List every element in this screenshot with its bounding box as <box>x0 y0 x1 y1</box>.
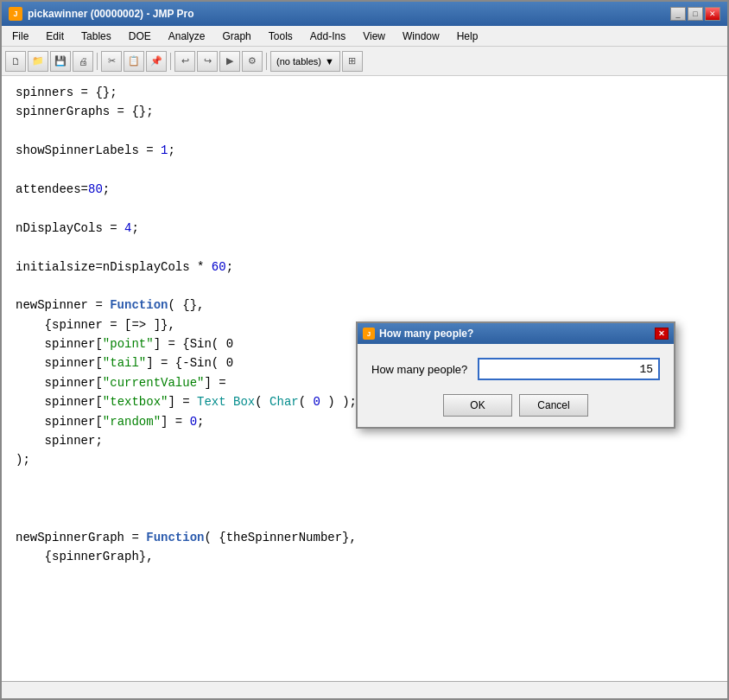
toolbar-run-btn[interactable]: ▶ <box>219 51 240 72</box>
dialog-close-button[interactable]: ✕ <box>655 328 669 340</box>
dialog-title-bar: J How many people? ✕ <box>358 323 674 344</box>
toolbar-print-btn[interactable]: 🖨 <box>73 51 93 72</box>
toolbar-sep-3 <box>266 53 267 70</box>
table-dropdown-label: (no tables) <box>276 56 321 67</box>
table-dropdown[interactable]: (no tables) ▼ <box>270 51 340 72</box>
window-title: pickawinner (00000002) - JMP Pro <box>28 8 194 20</box>
menu-help[interactable]: Help <box>450 29 485 44</box>
toolbar-new-btn[interactable]: 🗋 <box>5 51 26 72</box>
toolbar-sep-1 <box>97 53 98 70</box>
code-line-12: newSpinner = Function( {}, <box>16 296 713 315</box>
toolbar-paste-btn[interactable]: 📌 <box>146 51 167 72</box>
dialog-cancel-button[interactable]: Cancel <box>519 394 588 417</box>
dialog-body: How many people? OK Cancel <box>358 344 674 427</box>
menu-edit[interactable]: Edit <box>39 29 71 44</box>
code-line-9 <box>16 238 713 257</box>
code-line-10: initialsize=nDisplayCols * 60; <box>16 258 713 277</box>
code-line-22 <box>16 489 713 508</box>
dialog-input-row: How many people? <box>371 358 660 380</box>
dialog-label: How many people? <box>371 363 467 376</box>
menu-bar: File Edit Tables DOE Analyze Graph Tools… <box>2 26 727 47</box>
title-bar-left: J pickawinner (00000002) - JMP Pro <box>9 7 194 21</box>
status-bar <box>2 681 727 698</box>
code-line-5 <box>16 161 713 180</box>
menu-doe[interactable]: DOE <box>122 29 158 44</box>
code-line-8: nDisplayCols = 4; <box>16 219 713 238</box>
code-line-3 <box>16 122 713 141</box>
dialog-app-icon: J <box>363 328 375 340</box>
main-window: J pickawinner (00000002) - JMP Pro _ □ ✕… <box>0 0 729 700</box>
app-icon: J <box>9 7 22 21</box>
title-bar: J pickawinner (00000002) - JMP Pro _ □ ✕ <box>2 2 727 26</box>
code-line-1: spinners = {}; <box>16 83 713 102</box>
table-dropdown-arrow: ▼ <box>325 56 334 67</box>
menu-tables[interactable]: Tables <box>74 29 118 44</box>
code-line-25: {spinnerGraph}, <box>16 547 713 566</box>
code-line-19: spinner; <box>16 431 713 450</box>
menu-file[interactable]: File <box>5 29 35 44</box>
toolbar-save-btn[interactable]: 💾 <box>50 51 71 72</box>
code-line-23 <box>16 509 713 528</box>
people-count-input[interactable] <box>478 358 660 380</box>
maximize-button[interactable]: □ <box>688 7 703 21</box>
code-line-11 <box>16 277 713 296</box>
menu-graph[interactable]: Graph <box>215 29 257 44</box>
menu-tools[interactable]: Tools <box>262 29 300 44</box>
dialog-title-text: How many people? <box>379 328 473 340</box>
title-bar-controls: _ □ ✕ <box>670 7 720 21</box>
code-line-2: spinnerGraphs = {}; <box>16 102 713 121</box>
menu-window[interactable]: Window <box>396 29 447 44</box>
toolbar: 🗋 📁 💾 🖨 ✂ 📋 📌 ↩ ↪ ▶ ⚙ (no tables) ▼ ⊞ <box>2 47 727 76</box>
dialog-how-many-people[interactable]: J How many people? ✕ How many people? OK… <box>356 321 675 429</box>
code-line-7 <box>16 199 713 218</box>
minimize-button[interactable]: _ <box>670 7 686 21</box>
toolbar-extra-btn[interactable]: ⚙ <box>242 51 263 72</box>
close-button[interactable]: ✕ <box>705 7 720 21</box>
menu-view[interactable]: View <box>356 29 392 44</box>
dialog-ok-button[interactable]: OK <box>443 394 512 417</box>
toolbar-undo-btn[interactable]: ↩ <box>174 51 195 72</box>
toolbar-cut-btn[interactable]: ✂ <box>101 51 122 72</box>
menu-addins[interactable]: Add-Ins <box>303 29 352 44</box>
menu-analyze[interactable]: Analyze <box>162 29 212 44</box>
toolbar-sep-2 <box>170 53 171 70</box>
toolbar-redo-btn[interactable]: ↪ <box>197 51 218 72</box>
toolbar-open-btn[interactable]: 📁 <box>28 51 48 72</box>
dialog-title-left: J How many people? <box>363 328 473 340</box>
code-line-4: showSpinnerLabels = 1; <box>16 141 713 160</box>
code-line-24: newSpinnerGraph = Function( {theSpinnerN… <box>16 528 713 547</box>
code-line-20: ); <box>16 450 713 469</box>
code-line-6: attendees=80; <box>16 180 713 199</box>
toolbar-table-btn[interactable]: ⊞ <box>342 51 363 72</box>
code-line-21 <box>16 470 713 489</box>
toolbar-copy-btn[interactable]: 📋 <box>124 51 144 72</box>
dialog-buttons: OK Cancel <box>371 394 660 417</box>
